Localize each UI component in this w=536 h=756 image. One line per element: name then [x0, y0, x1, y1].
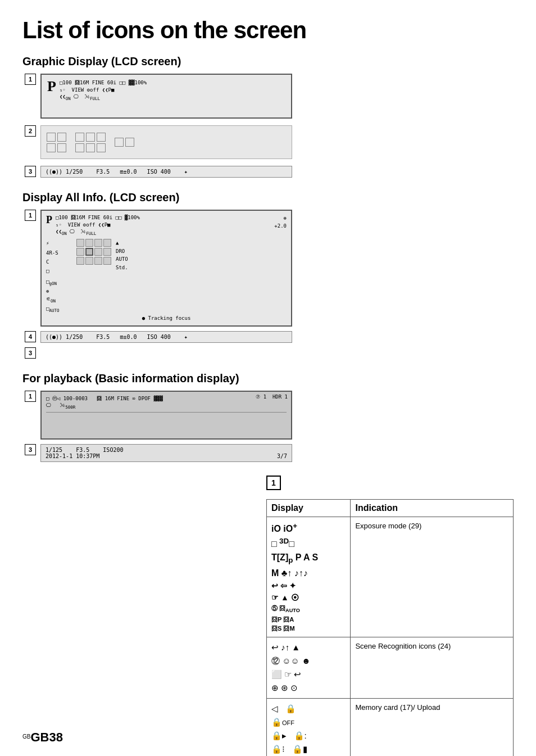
indication-memory: Memory card (17)/ Upload — [351, 698, 514, 756]
graphic-lcd-screen: P □100 囧16M FINE 60i □□ ▓▓100% ₅◦ VIEW ⚙… — [40, 74, 292, 119]
graphic-lcd-bottom: ((●)) 1/250 F3.5 ⊞±0.0 ISO 400 ✦ — [40, 166, 292, 178]
gb-label: GB — [22, 734, 30, 740]
section-graphic-display: Graphic Display (LCD screen) — [22, 55, 292, 68]
display-memory: ◁ 🔒 🔒OFF 🔒▸ 🔒: 🔒⁝ 🔒▮ — [267, 698, 351, 756]
table-row: ◁ 🔒 🔒OFF 🔒▸ 🔒: 🔒⁝ 🔒▮ Memory card (17)/ U… — [267, 698, 514, 756]
col-indication: Indication — [351, 499, 514, 517]
display-scene: ↩ ♪↑ ▲ ⑫ ☺☺ ☻ ⬜ ☞ ↩ ⊕ ⊛ ⊙ — [267, 637, 351, 698]
playback-lcd-screen: □ ⓜ◁ 100-0003 囧 16M FINE ∞ DPOF ▓▓▓ 🖵 🌬5… — [40, 391, 292, 440]
allinfo-lcd-bottom: ((●)) 1/250 F3.5 ⊞±0.0 ISO 400 ✦ — [40, 331, 292, 343]
allinfo-wrapper: 1 P □100 囧16M FINE 60i □□ ▓100% ₅◦ VIEW … — [22, 210, 292, 359]
graphic-display-wrapper: 1 P □100 囧16M FINE 60i □□ ▓▓100% ₅◦ VIEW… — [22, 74, 292, 178]
playback-bottom-bar: 1/125 F3.5 ISO200 2012-1-1 10:37PM 3/7 — [40, 444, 292, 462]
icons-table: Display Indication iO iO+ □ 3D□ T[Z]p P … — [266, 499, 514, 756]
playback-wrapper: 1 □ ⓜ◁ 100-0003 囧 16M FINE ∞ DPOF ▓▓▓ 🖵 … — [22, 391, 292, 462]
display-exposure: iO iO+ □ 3D□ T[Z]p P A S M ♣↑ ♪↑♪ ↩ ⇦ ✦ … — [267, 517, 351, 637]
label-3-graphic: 3 — [25, 166, 36, 177]
allinfo-spacer — [40, 347, 292, 359]
table-row: iO iO+ □ 3D□ T[Z]p P A S M ♣↑ ♪↑♪ ↩ ⇦ ✦ … — [267, 517, 514, 637]
label-1-playback: 1 — [25, 391, 36, 402]
indication-scene: Scene Recognition icons (24) — [351, 637, 514, 698]
label-2: 2 — [25, 125, 36, 137]
page-title: List of icons on the screen — [22, 17, 514, 44]
label-1-allinfo: 1 — [25, 210, 36, 221]
label-1: 1 — [25, 74, 36, 85]
allinfo-lcd-screen: P □100 囧16M FINE 60i □□ ▓100% ₅◦ VIEW ⚙o… — [40, 210, 292, 327]
label-4: 4 — [25, 331, 36, 342]
indication-exposure: Exposure mode (29) — [351, 517, 514, 637]
graphic-lcd-mid — [40, 125, 292, 159]
section-playback: For playback (Basic information display) — [22, 372, 292, 385]
label-3-allinfo: 3 — [25, 347, 36, 359]
table-number-badge: 1 — [266, 476, 281, 490]
page-number: GBGB38 — [22, 730, 63, 745]
section-all-info: Display All Info. (LCD screen) — [22, 191, 292, 204]
table-row: ↩ ♪↑ ▲ ⑫ ☺☺ ☻ ⬜ ☞ ↩ ⊕ ⊛ ⊙ Scene Recognit… — [267, 637, 514, 698]
label-3-playback: 3 — [25, 444, 36, 455]
col-display: Display — [267, 499, 351, 517]
